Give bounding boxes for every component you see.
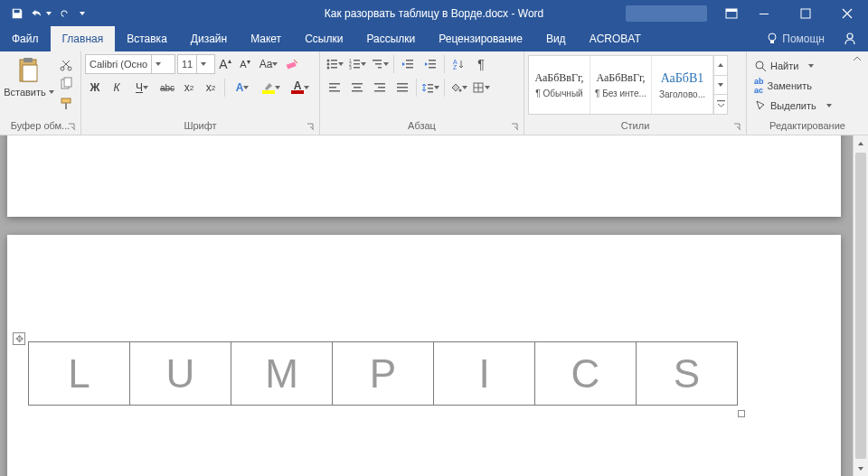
tab-file[interactable]: Файл <box>0 26 51 51</box>
increase-indent-button[interactable] <box>420 54 441 74</box>
multilevel-button[interactable] <box>369 54 391 74</box>
multilevel-icon <box>371 58 383 70</box>
paragraph-dialog-launcher[interactable] <box>511 123 520 132</box>
style-heading1[interactable]: АаБбВ1 Заголово... <box>652 56 713 114</box>
svg-rect-48 <box>374 90 385 92</box>
table-cell[interactable]: L <box>29 342 130 406</box>
superscript-button[interactable]: x2 <box>201 78 221 98</box>
share-button[interactable] <box>832 26 868 51</box>
gallery-down[interactable] <box>714 76 727 96</box>
numbering-button[interactable]: 123 <box>346 54 368 74</box>
group-clipboard: Вставить Буфер обм... <box>0 51 81 135</box>
table-cell[interactable]: U <box>130 342 231 406</box>
tab-design[interactable]: Дизайн <box>179 26 239 51</box>
copy-button[interactable] <box>56 74 76 94</box>
shrink-font-button[interactable]: A▾ <box>235 54 255 74</box>
collapse-ribbon-button[interactable] <box>848 53 866 64</box>
tell-me[interactable]: Помощн <box>766 26 832 51</box>
find-button[interactable]: Найти <box>750 56 837 76</box>
italic-button[interactable]: К <box>107 78 127 98</box>
tab-acrobat[interactable]: ACROBAT <box>578 26 653 51</box>
table-cell[interactable]: P <box>333 342 434 406</box>
style-no-spacing[interactable]: АаБбВвГг, ¶ Без инте... <box>590 56 652 114</box>
replace-button[interactable]: abac Заменить <box>750 76 837 96</box>
svg-rect-13 <box>64 78 71 87</box>
table-cell[interactable]: I <box>434 342 535 406</box>
borders-icon <box>472 81 485 94</box>
bold-button[interactable]: Ж <box>85 78 105 98</box>
subscript-button[interactable]: x2 <box>179 78 199 98</box>
tab-review[interactable]: Рецензирование <box>427 26 534 51</box>
bullets-button[interactable] <box>324 54 345 74</box>
highlight-button[interactable] <box>258 78 285 98</box>
font-size-combo[interactable]: 11 <box>177 54 215 74</box>
svg-rect-34 <box>406 67 413 69</box>
tab-view[interactable]: Вид <box>534 26 578 51</box>
style-normal[interactable]: АаБбВвГг, ¶ Обычный <box>529 56 590 114</box>
font-color-button[interactable]: A <box>287 78 314 98</box>
qat-customize[interactable] <box>76 1 89 26</box>
table-cell[interactable]: M <box>231 342 333 406</box>
table-cell[interactable]: C <box>535 342 637 406</box>
tab-mailings[interactable]: Рассылки <box>354 26 427 51</box>
clipboard-dialog-launcher[interactable] <box>68 123 77 132</box>
underline-button[interactable]: Ч <box>128 78 156 98</box>
signin-placeholder[interactable] <box>626 5 707 22</box>
cut-button[interactable] <box>56 54 76 74</box>
font-name-combo[interactable]: Calibri (Осно <box>85 54 175 74</box>
tab-insert[interactable]: Вставка <box>115 26 179 51</box>
gallery-up[interactable] <box>714 56 727 76</box>
tab-references[interactable]: Ссылки <box>293 26 354 51</box>
svg-rect-36 <box>429 63 436 65</box>
document-viewport[interactable]: ✥ L U M P I C S <box>0 135 853 476</box>
clear-formatting-button[interactable] <box>282 54 302 74</box>
svg-rect-54 <box>428 91 433 93</box>
vertical-scrollbar[interactable] <box>853 135 868 476</box>
sort-button[interactable]: AZ <box>448 54 469 74</box>
scroll-down-button[interactable] <box>854 461 868 476</box>
line-spacing-button[interactable] <box>420 78 441 98</box>
table-cell[interactable]: S <box>637 342 738 406</box>
strikethrough-button[interactable]: abc <box>157 78 177 98</box>
align-right-button[interactable] <box>369 78 391 98</box>
save-button[interactable] <box>5 1 29 26</box>
svg-rect-9 <box>23 65 37 81</box>
document-table[interactable]: L U M P I C S <box>28 341 738 406</box>
svg-rect-22 <box>331 67 337 69</box>
ribbon-display-options[interactable] <box>720 1 743 26</box>
window-title: Как разорвать таблицу в Ворде.docx - Wor… <box>325 7 543 20</box>
font-size-value: 11 <box>178 59 196 70</box>
table-move-handle[interactable]: ✥ <box>13 332 25 345</box>
show-marks-button[interactable]: ¶ <box>470 54 492 74</box>
select-button[interactable]: Выделить <box>750 96 837 116</box>
tab-layout[interactable]: Макет <box>239 26 293 51</box>
justify-button[interactable] <box>392 78 413 98</box>
format-painter-button[interactable] <box>56 94 76 114</box>
minimize-button[interactable] <box>743 1 785 26</box>
group-font-label: Шрифт <box>184 120 216 131</box>
page-current[interactable]: ✥ L U M P I C S <box>7 235 841 476</box>
maximize-button[interactable] <box>785 1 826 26</box>
change-case-button[interactable]: Aa <box>255 54 282 74</box>
scroll-thumb[interactable] <box>855 153 866 459</box>
gallery-more[interactable] <box>714 95 727 114</box>
undo-button[interactable] <box>29 1 52 26</box>
font-dialog-launcher[interactable] <box>307 123 316 132</box>
redo-button[interactable] <box>52 1 76 26</box>
highlight-icon <box>263 81 274 90</box>
svg-rect-42 <box>329 90 340 92</box>
decrease-indent-button[interactable] <box>397 54 419 74</box>
borders-button[interactable] <box>470 78 492 98</box>
close-button[interactable] <box>826 1 868 26</box>
text-effects-button[interactable]: A <box>229 78 256 98</box>
paste-button[interactable]: Вставить <box>4 54 54 98</box>
shading-button[interactable] <box>448 78 469 98</box>
align-left-button[interactable] <box>324 78 345 98</box>
table-resize-handle[interactable] <box>738 410 745 417</box>
tab-home[interactable]: Главная <box>51 26 116 51</box>
grow-font-button[interactable]: A▴ <box>215 54 235 74</box>
styles-dialog-launcher[interactable] <box>733 123 742 132</box>
styles-gallery[interactable]: АаБбВвГг, ¶ Обычный АаБбВвГг, ¶ Без инте… <box>528 55 728 115</box>
align-center-button[interactable] <box>346 78 368 98</box>
scroll-up-button[interactable] <box>854 135 868 151</box>
